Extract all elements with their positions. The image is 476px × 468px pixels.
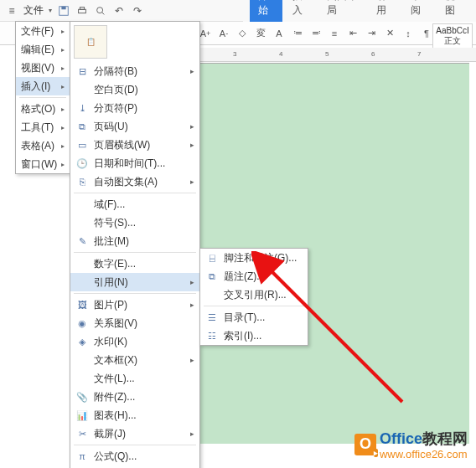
undo-icon[interactable]: ↶	[112, 4, 126, 18]
comment-icon: ✎	[75, 234, 89, 248]
mi-number[interactable]: 数字(E)...	[70, 255, 199, 273]
menu-file[interactable]: 文件(F)▸	[16, 22, 70, 40]
chart-icon: 📊	[75, 409, 89, 422]
tab-insert[interactable]: 插入	[284, 0, 317, 22]
menu-view[interactable]: 视图(V)▸	[16, 59, 70, 77]
pinyin-icon[interactable]: 変	[253, 26, 268, 41]
separator	[74, 193, 196, 193]
separator	[74, 445, 196, 445]
mi-datetime[interactable]: 🕒日期和时间(T)...	[70, 154, 199, 172]
char-border-icon[interactable]: A	[272, 26, 287, 41]
mi-crossref[interactable]: 交叉引用(R)...	[200, 285, 308, 304]
mi-footnote[interactable]: ⌸脚注和尾注(G)...	[200, 249, 308, 267]
menu-edit[interactable]: 编辑(E)▸	[16, 40, 70, 59]
menu-window[interactable]: 窗口(W)▸	[16, 155, 70, 173]
mi-watermark[interactable]: ◈水印(K)	[70, 332, 199, 351]
brand-text: Office	[380, 430, 422, 447]
ribbon-tabs: 开始 插入 页面布局 引用 审阅 视图	[243, 0, 476, 22]
caption-icon: ⧉	[205, 270, 219, 283]
paste-icon: 📋	[86, 38, 96, 46]
file-menu-label[interactable]: 文件	[23, 3, 44, 18]
footnote-icon: ⌸	[205, 251, 219, 265]
clock-icon: 🕒	[75, 157, 89, 170]
pagenum-icon: ⧉	[75, 120, 89, 133]
mi-index[interactable]: ☷索引(I)...	[200, 327, 308, 345]
preview-icon[interactable]	[94, 4, 107, 18]
numbering-icon[interactable]: ≕	[308, 26, 323, 41]
mi-screenshot[interactable]: ✂截屏(J)▸	[70, 424, 199, 443]
tab-layout[interactable]: 页面布局	[318, 0, 367, 22]
print-icon[interactable]	[75, 4, 89, 18]
menu-icon[interactable]: ≡	[5, 4, 18, 18]
brand-suffix: 教程网	[422, 430, 468, 447]
logo-icon: O▸	[354, 434, 376, 455]
diagram-icon: ◉	[75, 316, 89, 330]
mi-field[interactable]: 域(F)...	[70, 195, 199, 213]
mi-pagenum[interactable]: ⧉页码(U)▸	[70, 117, 199, 136]
headerline-icon: ▭	[75, 138, 89, 152]
mi-formula[interactable]: π公式(Q)...	[70, 447, 199, 465]
autotext-icon: ⎘	[75, 175, 89, 188]
mi-reference[interactable]: 引用(N)▸	[70, 273, 199, 291]
align-left-icon[interactable]: ≡	[327, 26, 342, 41]
ruler-tick: 5	[325, 50, 329, 58]
svg-point-4	[97, 7, 103, 13]
decrease-font-icon[interactable]: A-	[216, 26, 231, 41]
toc-icon: ☰	[205, 311, 219, 324]
mi-chart[interactable]: 📊图表(H)...	[70, 406, 199, 424]
paste-block[interactable]: 📋	[74, 25, 107, 59]
tab-ref[interactable]: 引用	[368, 0, 401, 22]
svg-rect-3	[80, 7, 84, 9]
screenshot-icon: ✂	[75, 427, 89, 440]
line-spacing-icon[interactable]: ↕	[401, 26, 416, 41]
mi-attach[interactable]: 📎附件(Z)...	[70, 388, 199, 406]
mi-autotext[interactable]: ⎘自动图文集(A)▸	[70, 172, 199, 191]
separator-icon: ⊟	[75, 64, 89, 78]
indent-inc-icon[interactable]: ⇥	[364, 26, 379, 41]
mi-toc[interactable]: ☰目录(T)...	[200, 308, 308, 327]
tab-review[interactable]: 审阅	[402, 0, 435, 22]
brand-url: www.office26.com	[380, 449, 468, 460]
separator	[74, 252, 196, 253]
separator	[19, 97, 66, 98]
separator	[74, 293, 196, 294]
redo-icon[interactable]: ↷	[131, 4, 144, 18]
mi-file[interactable]: 文件(L)...	[70, 369, 199, 388]
reference-submenu: ⌸脚注和尾注(G)... ⧉题注(Z)... 交叉引用(R)... ☰目录(T)…	[199, 248, 308, 346]
ruler-tick: 4	[279, 50, 282, 58]
menu-insert[interactable]: 插入(I)▸	[16, 77, 70, 95]
text-style-icon[interactable]: ✕	[382, 26, 397, 41]
mi-symbol[interactable]: 符号(S)...	[70, 213, 199, 232]
ruler-tick: 7	[417, 50, 421, 58]
insert-submenu: 📋 ⊟分隔符(B)▸ 空白页(D) ⤓分页符(P) ⧉页码(U)▸ ▭页眉横线(…	[70, 21, 200, 468]
clear-format-icon[interactable]: ◇	[235, 26, 250, 41]
tab-start[interactable]: 开始	[250, 0, 282, 22]
ruler-tick: 6	[371, 50, 375, 58]
menu-format[interactable]: 格式(O)▸	[16, 100, 70, 118]
formula-icon: π	[75, 450, 89, 463]
chevron-down-icon[interactable]: ▾	[49, 7, 52, 14]
style-label: 正文	[433, 36, 472, 46]
indent-dec-icon[interactable]: ⇤	[345, 26, 360, 41]
tab-view[interactable]: 视图	[437, 0, 469, 22]
mi-diagram[interactable]: ◉关系图(V)	[70, 314, 199, 332]
mi-separator[interactable]: ⊟分隔符(B)▸	[70, 62, 199, 80]
mi-picture[interactable]: 🖼图片(P)▸	[70, 296, 199, 314]
mi-pagebreak[interactable]: ⤓分页符(P)	[70, 99, 199, 117]
watermark-icon: ◈	[75, 335, 89, 348]
ruler-tick: 3	[233, 50, 236, 58]
svg-rect-1	[61, 6, 65, 9]
mi-comment[interactable]: ✎批注(M)	[70, 232, 199, 250]
save-icon[interactable]	[57, 4, 70, 18]
bullets-icon[interactable]: ≔	[290, 26, 305, 41]
main-menu: 文件(F)▸ 编辑(E)▸ 视图(V)▸ 插入(I)▸ 格式(O)▸ 工具(T)…	[15, 21, 70, 174]
pagebreak-icon: ⤓	[75, 101, 89, 115]
mi-headerline[interactable]: ▭页眉横线(W)▸	[70, 136, 199, 154]
menu-tool[interactable]: 工具(T)▸	[16, 118, 70, 136]
mi-caption[interactable]: ⧉题注(Z)...	[200, 267, 308, 285]
picture-icon: 🖼	[75, 298, 89, 311]
menu-table[interactable]: 表格(A)▸	[16, 136, 70, 155]
separator	[204, 306, 304, 306]
mi-textbox[interactable]: 文本框(X)▸	[70, 351, 199, 369]
mi-blankpage[interactable]: 空白页(D)	[70, 80, 199, 99]
